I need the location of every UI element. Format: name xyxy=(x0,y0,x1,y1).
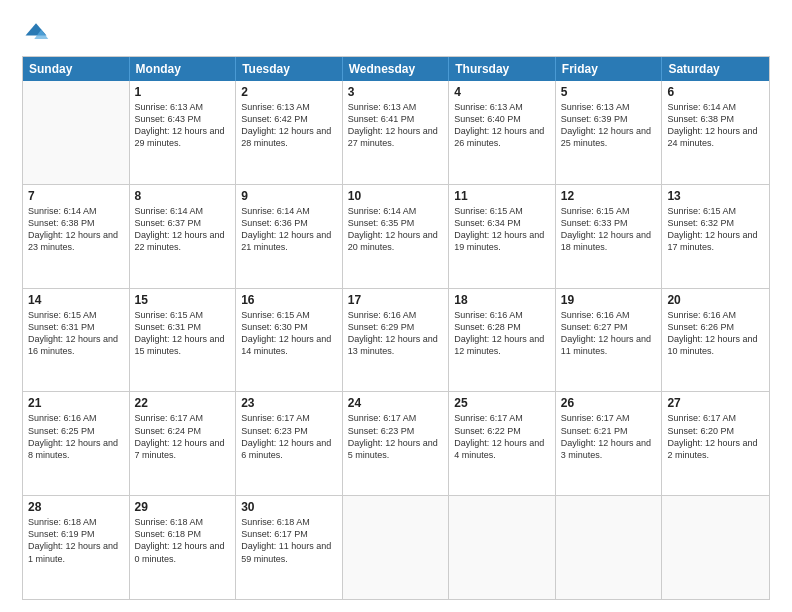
cal-cell-27: 27Sunrise: 6:17 AM Sunset: 6:20 PM Dayli… xyxy=(662,392,769,495)
calendar-body: 1Sunrise: 6:13 AM Sunset: 6:43 PM Daylig… xyxy=(23,81,769,599)
day-number: 6 xyxy=(667,85,764,99)
day-number: 13 xyxy=(667,189,764,203)
cal-cell-empty xyxy=(556,496,663,599)
weekday-header-wednesday: Wednesday xyxy=(343,57,450,81)
day-info: Sunrise: 6:14 AM Sunset: 6:36 PM Dayligh… xyxy=(241,205,337,254)
day-number: 21 xyxy=(28,396,124,410)
day-number: 7 xyxy=(28,189,124,203)
day-info: Sunrise: 6:13 AM Sunset: 6:40 PM Dayligh… xyxy=(454,101,550,150)
cal-cell-4: 4Sunrise: 6:13 AM Sunset: 6:40 PM Daylig… xyxy=(449,81,556,184)
cal-cell-7: 7Sunrise: 6:14 AM Sunset: 6:38 PM Daylig… xyxy=(23,185,130,288)
cal-row-4: 28Sunrise: 6:18 AM Sunset: 6:19 PM Dayli… xyxy=(23,495,769,599)
day-info: Sunrise: 6:15 AM Sunset: 6:31 PM Dayligh… xyxy=(28,309,124,358)
weekday-header-monday: Monday xyxy=(130,57,237,81)
day-info: Sunrise: 6:14 AM Sunset: 6:35 PM Dayligh… xyxy=(348,205,444,254)
day-info: Sunrise: 6:13 AM Sunset: 6:42 PM Dayligh… xyxy=(241,101,337,150)
day-info: Sunrise: 6:16 AM Sunset: 6:29 PM Dayligh… xyxy=(348,309,444,358)
cal-cell-25: 25Sunrise: 6:17 AM Sunset: 6:22 PM Dayli… xyxy=(449,392,556,495)
cal-cell-empty xyxy=(343,496,450,599)
cal-row-1: 7Sunrise: 6:14 AM Sunset: 6:38 PM Daylig… xyxy=(23,184,769,288)
day-number: 24 xyxy=(348,396,444,410)
cal-row-2: 14Sunrise: 6:15 AM Sunset: 6:31 PM Dayli… xyxy=(23,288,769,392)
cal-cell-23: 23Sunrise: 6:17 AM Sunset: 6:23 PM Dayli… xyxy=(236,392,343,495)
day-info: Sunrise: 6:17 AM Sunset: 6:24 PM Dayligh… xyxy=(135,412,231,461)
day-info: Sunrise: 6:15 AM Sunset: 6:30 PM Dayligh… xyxy=(241,309,337,358)
day-info: Sunrise: 6:13 AM Sunset: 6:41 PM Dayligh… xyxy=(348,101,444,150)
cal-cell-21: 21Sunrise: 6:16 AM Sunset: 6:25 PM Dayli… xyxy=(23,392,130,495)
day-number: 20 xyxy=(667,293,764,307)
cal-cell-empty xyxy=(662,496,769,599)
day-info: Sunrise: 6:15 AM Sunset: 6:31 PM Dayligh… xyxy=(135,309,231,358)
day-number: 19 xyxy=(561,293,657,307)
cal-cell-20: 20Sunrise: 6:16 AM Sunset: 6:26 PM Dayli… xyxy=(662,289,769,392)
cal-cell-empty xyxy=(23,81,130,184)
day-number: 8 xyxy=(135,189,231,203)
day-number: 5 xyxy=(561,85,657,99)
day-number: 28 xyxy=(28,500,124,514)
day-number: 9 xyxy=(241,189,337,203)
day-number: 23 xyxy=(241,396,337,410)
day-number: 30 xyxy=(241,500,337,514)
cal-cell-13: 13Sunrise: 6:15 AM Sunset: 6:32 PM Dayli… xyxy=(662,185,769,288)
day-info: Sunrise: 6:18 AM Sunset: 6:18 PM Dayligh… xyxy=(135,516,231,565)
day-number: 27 xyxy=(667,396,764,410)
cal-cell-3: 3Sunrise: 6:13 AM Sunset: 6:41 PM Daylig… xyxy=(343,81,450,184)
cal-cell-5: 5Sunrise: 6:13 AM Sunset: 6:39 PM Daylig… xyxy=(556,81,663,184)
cal-cell-24: 24Sunrise: 6:17 AM Sunset: 6:23 PM Dayli… xyxy=(343,392,450,495)
cal-cell-16: 16Sunrise: 6:15 AM Sunset: 6:30 PM Dayli… xyxy=(236,289,343,392)
day-info: Sunrise: 6:13 AM Sunset: 6:43 PM Dayligh… xyxy=(135,101,231,150)
day-number: 14 xyxy=(28,293,124,307)
day-info: Sunrise: 6:17 AM Sunset: 6:21 PM Dayligh… xyxy=(561,412,657,461)
logo-icon xyxy=(22,18,50,46)
cal-cell-28: 28Sunrise: 6:18 AM Sunset: 6:19 PM Dayli… xyxy=(23,496,130,599)
weekday-header-sunday: Sunday xyxy=(23,57,130,81)
cal-cell-26: 26Sunrise: 6:17 AM Sunset: 6:21 PM Dayli… xyxy=(556,392,663,495)
day-number: 17 xyxy=(348,293,444,307)
calendar: SundayMondayTuesdayWednesdayThursdayFrid… xyxy=(22,56,770,600)
day-info: Sunrise: 6:17 AM Sunset: 6:20 PM Dayligh… xyxy=(667,412,764,461)
day-number: 16 xyxy=(241,293,337,307)
day-info: Sunrise: 6:18 AM Sunset: 6:19 PM Dayligh… xyxy=(28,516,124,565)
day-number: 18 xyxy=(454,293,550,307)
day-info: Sunrise: 6:13 AM Sunset: 6:39 PM Dayligh… xyxy=(561,101,657,150)
day-number: 25 xyxy=(454,396,550,410)
cal-cell-17: 17Sunrise: 6:16 AM Sunset: 6:29 PM Dayli… xyxy=(343,289,450,392)
day-info: Sunrise: 6:15 AM Sunset: 6:32 PM Dayligh… xyxy=(667,205,764,254)
day-info: Sunrise: 6:14 AM Sunset: 6:38 PM Dayligh… xyxy=(667,101,764,150)
day-number: 3 xyxy=(348,85,444,99)
day-number: 29 xyxy=(135,500,231,514)
cal-row-3: 21Sunrise: 6:16 AM Sunset: 6:25 PM Dayli… xyxy=(23,391,769,495)
logo xyxy=(22,18,54,46)
day-info: Sunrise: 6:16 AM Sunset: 6:25 PM Dayligh… xyxy=(28,412,124,461)
cal-cell-1: 1Sunrise: 6:13 AM Sunset: 6:43 PM Daylig… xyxy=(130,81,237,184)
header xyxy=(22,18,770,46)
cal-cell-8: 8Sunrise: 6:14 AM Sunset: 6:37 PM Daylig… xyxy=(130,185,237,288)
day-number: 2 xyxy=(241,85,337,99)
day-number: 4 xyxy=(454,85,550,99)
weekday-header-tuesday: Tuesday xyxy=(236,57,343,81)
cal-cell-18: 18Sunrise: 6:16 AM Sunset: 6:28 PM Dayli… xyxy=(449,289,556,392)
weekday-header-thursday: Thursday xyxy=(449,57,556,81)
weekday-header-friday: Friday xyxy=(556,57,663,81)
day-number: 11 xyxy=(454,189,550,203)
cal-cell-12: 12Sunrise: 6:15 AM Sunset: 6:33 PM Dayli… xyxy=(556,185,663,288)
day-number: 10 xyxy=(348,189,444,203)
day-info: Sunrise: 6:17 AM Sunset: 6:23 PM Dayligh… xyxy=(348,412,444,461)
cal-cell-6: 6Sunrise: 6:14 AM Sunset: 6:38 PM Daylig… xyxy=(662,81,769,184)
day-number: 15 xyxy=(135,293,231,307)
day-info: Sunrise: 6:18 AM Sunset: 6:17 PM Dayligh… xyxy=(241,516,337,565)
cal-cell-22: 22Sunrise: 6:17 AM Sunset: 6:24 PM Dayli… xyxy=(130,392,237,495)
day-number: 22 xyxy=(135,396,231,410)
calendar-header: SundayMondayTuesdayWednesdayThursdayFrid… xyxy=(23,57,769,81)
cal-cell-empty xyxy=(449,496,556,599)
day-info: Sunrise: 6:14 AM Sunset: 6:37 PM Dayligh… xyxy=(135,205,231,254)
cal-cell-30: 30Sunrise: 6:18 AM Sunset: 6:17 PM Dayli… xyxy=(236,496,343,599)
cal-cell-14: 14Sunrise: 6:15 AM Sunset: 6:31 PM Dayli… xyxy=(23,289,130,392)
day-info: Sunrise: 6:15 AM Sunset: 6:33 PM Dayligh… xyxy=(561,205,657,254)
day-info: Sunrise: 6:16 AM Sunset: 6:26 PM Dayligh… xyxy=(667,309,764,358)
cal-cell-29: 29Sunrise: 6:18 AM Sunset: 6:18 PM Dayli… xyxy=(130,496,237,599)
cal-cell-15: 15Sunrise: 6:15 AM Sunset: 6:31 PM Dayli… xyxy=(130,289,237,392)
day-number: 1 xyxy=(135,85,231,99)
day-info: Sunrise: 6:15 AM Sunset: 6:34 PM Dayligh… xyxy=(454,205,550,254)
cal-cell-2: 2Sunrise: 6:13 AM Sunset: 6:42 PM Daylig… xyxy=(236,81,343,184)
